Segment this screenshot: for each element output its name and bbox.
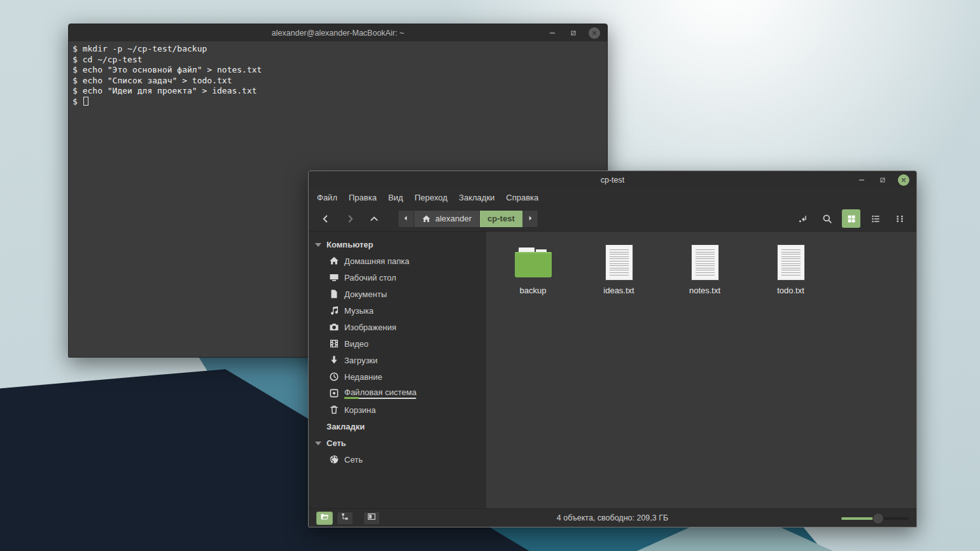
file-grid[interactable]: backupideas.txtnotes.txttodo.txt	[486, 232, 916, 508]
sidebar-item-Недавние[interactable]: Недавние	[309, 368, 486, 385]
file-icon-wrap	[605, 244, 633, 281]
menu-4[interactable]: Закладки	[453, 190, 500, 206]
close-icon[interactable]	[589, 27, 600, 39]
disk-usage-fill	[344, 397, 359, 399]
menu-5[interactable]: Справка	[500, 190, 544, 206]
sidebar-item-Сеть[interactable]: Сеть	[309, 451, 486, 468]
sidebar-item-label: Видео	[344, 339, 368, 349]
list-view-button[interactable]	[866, 209, 885, 228]
sidebar-item-label: Файловая система	[344, 387, 416, 397]
file-item-backup[interactable]: backup	[490, 244, 576, 295]
list-view-icon	[871, 214, 881, 224]
up-button[interactable]	[365, 210, 384, 228]
show-places-button[interactable]	[316, 512, 333, 525]
clock-icon	[329, 372, 339, 382]
sidebar-item-label: Рабочий стол	[344, 273, 396, 282]
file-icon-wrap	[515, 244, 552, 281]
file-item-ideas.txt[interactable]: ideas.txt	[576, 244, 662, 295]
desktop-icon	[329, 272, 339, 282]
menu-3[interactable]: Переход	[409, 190, 453, 206]
zoom-slider-knob[interactable]	[872, 513, 884, 524]
maximize-icon[interactable]	[568, 27, 579, 39]
sidebar-section-1[interactable]: Закладки	[309, 418, 486, 435]
terminal-command: echo "Список задач" > todo.txt	[83, 76, 232, 85]
trash-icon	[329, 405, 339, 415]
toggle-location-entry-button[interactable]	[794, 209, 812, 228]
menu-0[interactable]: Файл	[311, 190, 343, 206]
collapse-triangle-icon[interactable]	[315, 442, 321, 445]
terminal-line: $ echo "Это основной файл" > notes.txt	[73, 65, 603, 76]
collapse-triangle-icon[interactable]	[315, 243, 321, 247]
sidebar-item-Домашняя папка[interactable]: Домашняя папка	[309, 253, 486, 269]
sidebar-item-label: Изображения	[344, 323, 396, 332]
file-name: todo.txt	[777, 286, 804, 295]
places-folder-icon	[320, 512, 329, 524]
sidebar-item-Загрузки[interactable]: Загрузки	[309, 352, 486, 368]
file-icon-wrap	[691, 244, 719, 281]
download-icon	[329, 355, 339, 365]
breadcrumb: alexandercp-test	[398, 210, 538, 228]
terminal-command: cd ~/cp-test	[83, 55, 143, 64]
close-icon[interactable]	[898, 174, 909, 186]
sidebar-item-label: Сеть	[344, 455, 363, 464]
sidebar-item-Корзина[interactable]: Корзина	[309, 401, 486, 418]
chevron-left-icon	[321, 214, 331, 224]
disk-usage-bar	[344, 398, 416, 399]
breadcrumb-label: cp-test	[487, 214, 515, 223]
file-item-notes.txt[interactable]: notes.txt	[662, 244, 748, 295]
menu-1[interactable]: Правка	[343, 190, 382, 206]
file-name: ideas.txt	[603, 286, 634, 295]
chevron-up-icon	[369, 214, 379, 224]
minimize-icon[interactable]	[856, 174, 867, 186]
terminal-output[interactable]: $ mkdir -p ~/cp-test/backup$ cd ~/cp-tes…	[69, 41, 607, 109]
file-manager-window[interactable]: cp-test ФайлПравкаВидПереходЗакладкиСпра…	[308, 171, 917, 527]
sidebar-item-Музыка[interactable]: Музыка	[309, 302, 486, 319]
show-treeview-button[interactable]	[337, 512, 353, 525]
breadcrumb-prev-button[interactable]	[398, 211, 414, 227]
zoom-slider[interactable]	[841, 512, 909, 524]
home-icon	[422, 214, 431, 223]
sidebar-item-Рабочий стол[interactable]: Рабочий стол	[309, 269, 486, 286]
terminal-command: echo "Идеи для проекта" > ideas.txt	[83, 86, 257, 95]
home-icon	[329, 256, 339, 266]
icon-view-button[interactable]	[842, 209, 860, 228]
chevron-right-icon	[345, 214, 355, 224]
terminal-titlebar[interactable]: alexander@alexander-MacBookAir: ~	[69, 24, 607, 41]
treeview-icon	[340, 512, 349, 524]
sidebar-item-Файловая система[interactable]: Файловая система	[309, 385, 486, 401]
triangle-left-icon	[402, 213, 410, 225]
breadcrumb-next-button[interactable]	[522, 211, 538, 227]
breadcrumb-item-alexander[interactable]: alexander	[414, 211, 480, 227]
sidebar-section-0[interactable]: Компьютер	[309, 236, 486, 253]
terminal-line: $ cd ~/cp-test	[73, 55, 603, 66]
file-item-todo.txt[interactable]: todo.txt	[748, 244, 834, 295]
breadcrumb-label: alexander	[435, 214, 472, 223]
sidebar-section-2[interactable]: Сеть	[309, 435, 486, 451]
forward-button[interactable]	[340, 210, 360, 228]
file-manager-window-controls	[856, 174, 916, 186]
disk-icon	[329, 388, 339, 398]
sidebar-item-label: Корзина	[344, 405, 376, 415]
terminal-current-line: $	[73, 97, 603, 108]
back-button[interactable]	[316, 210, 335, 228]
compact-view-button[interactable]	[890, 209, 909, 228]
file-manager-titlebar[interactable]: cp-test	[309, 171, 916, 188]
menu-2[interactable]: Вид	[382, 190, 409, 206]
sidebar-item-label: Недавние	[344, 372, 382, 382]
sidebar-item-Документы[interactable]: Документы	[309, 286, 486, 302]
maximize-icon[interactable]	[877, 174, 888, 186]
status-buttons	[316, 512, 384, 525]
globe-icon	[329, 454, 339, 464]
sidebar-section-label: Компьютер	[326, 240, 373, 249]
search-button[interactable]	[818, 209, 836, 228]
sidebar-item-Видео[interactable]: Видео	[309, 335, 486, 352]
toggle-sidebar-button[interactable]	[363, 512, 380, 525]
desktop[interactable]: alexander@alexander-MacBookAir: ~ $ mkdi…	[0, 0, 980, 551]
text-file-icon	[691, 244, 719, 281]
breadcrumb-item-cp-test[interactable]: cp-test	[480, 211, 522, 227]
search-icon	[822, 214, 832, 224]
text-file-icon	[605, 244, 633, 281]
toggle-sidebar-icon	[367, 512, 376, 524]
sidebar-item-Изображения[interactable]: Изображения	[309, 319, 486, 335]
minimize-icon[interactable]	[547, 27, 558, 39]
